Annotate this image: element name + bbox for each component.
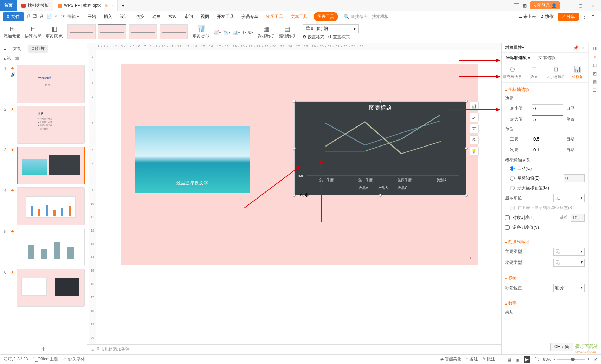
menu-review[interactable]: 审阅 xyxy=(183,12,194,21)
menu-vip[interactable]: 会员专享 xyxy=(240,12,260,21)
side-icon-4[interactable]: ◩ xyxy=(593,71,597,76)
minor-input[interactable] xyxy=(532,146,563,154)
close-button[interactable]: ✕ xyxy=(588,2,597,9)
chart-settings-button[interactable]: ⚙ xyxy=(470,135,479,144)
chart-object[interactable]: 图表标题 5 4.5 4 3.5 3 2.5 2 1.5 1 0.5 xyxy=(294,101,466,195)
close-panel-icon[interactable]: ✕ xyxy=(581,45,585,50)
slide-thumb-2[interactable]: 目录• 介绍基本信息• 介绍图文内容• 详细介绍产品• 说明方案 xyxy=(17,106,85,144)
reverse-checkbox[interactable] xyxy=(505,225,510,230)
edit-data-button[interactable]: ▤编辑数据 xyxy=(279,25,296,39)
section-number[interactable]: ▴ 数字 xyxy=(505,299,585,308)
side-icon-2[interactable]: ⟐ xyxy=(594,54,596,59)
section-tick-marks[interactable]: ▴ 刻度线标记 xyxy=(505,238,585,246)
image-placeholder[interactable]: 这里是举例文字 xyxy=(135,126,250,193)
reset-style-button[interactable]: ↺ 重置样式 xyxy=(328,34,349,40)
side-icon-6[interactable]: ☰ xyxy=(593,88,597,93)
cloud-status[interactable]: ☁ 未上云 xyxy=(518,14,536,20)
resize-handle[interactable] xyxy=(379,100,382,103)
chart-mini-1[interactable]: 📈▾ xyxy=(214,30,221,35)
zoom-control[interactable]: 83% -+ xyxy=(543,357,590,362)
major-input[interactable] xyxy=(532,135,563,143)
resize-handle[interactable] xyxy=(465,194,468,197)
slide-thumb-3[interactable] xyxy=(17,147,85,184)
fullscreen-icon[interactable]: ⤢ xyxy=(594,357,597,362)
tab-new[interactable]: + xyxy=(118,0,129,11)
menu-view[interactable]: 视图 xyxy=(199,12,211,21)
chart-mini-2[interactable]: 📉▾ xyxy=(223,30,231,35)
side-icon-3[interactable]: ◫ xyxy=(593,63,597,67)
add-element-button[interactable]: ⊞添加元素 xyxy=(4,25,20,39)
menu-drawtools[interactable]: 绘图工具 xyxy=(265,12,284,21)
side-icon-5[interactable]: ▤ xyxy=(593,79,597,84)
min-input[interactable] xyxy=(532,104,563,112)
comments-button[interactable]: ✎ 批注 xyxy=(482,356,495,362)
chart-mini-5[interactable]: ⧉▾ xyxy=(248,30,253,35)
menu-transition[interactable]: 切换 xyxy=(135,12,146,21)
minor-type-select[interactable]: 无▾ xyxy=(553,259,585,267)
file-menu[interactable]: ≡ 文件 xyxy=(3,12,24,21)
save-icon[interactable]: 🖫 xyxy=(33,14,37,20)
style-gallery[interactable] xyxy=(67,24,188,40)
more-icon[interactable]: ⋮ xyxy=(583,14,587,19)
change-type-button[interactable]: 📊更改类型 xyxy=(193,25,209,39)
menu-charttools[interactable]: 图表工具 xyxy=(314,12,338,21)
beautify-button[interactable]: ⬙ 智能美化 xyxy=(440,356,461,362)
pin-icon[interactable]: 📌 xyxy=(573,45,579,50)
set-format-button[interactable]: ⚙ 设置格式 xyxy=(303,34,324,40)
effects-tab[interactable]: ◫效果 xyxy=(523,63,545,82)
resize-handle[interactable] xyxy=(465,147,468,150)
notes-button[interactable]: ≡ 备注 xyxy=(466,356,478,362)
chart-styles-button[interactable]: 🖊 xyxy=(470,113,479,122)
side-icon-1[interactable]: ◨ xyxy=(593,46,597,51)
open-icon[interactable]: ⎙ xyxy=(27,14,30,20)
change-color-button[interactable]: ◧更改颜色 xyxy=(46,25,63,39)
view-sorter-icon[interactable]: ▦ xyxy=(508,357,511,362)
collab-button[interactable]: ↺ 协作 xyxy=(540,14,553,20)
axis-select[interactable]: 垂直 (值) 轴▾ xyxy=(303,24,359,33)
auto-button[interactable]: 自动 xyxy=(566,136,575,142)
crosses-auto-radio[interactable] xyxy=(510,166,515,171)
undo-icon[interactable]: ↶ xyxy=(55,14,58,20)
display-unit-select[interactable]: 无▾ xyxy=(553,194,585,202)
resize-handle[interactable] xyxy=(293,100,296,103)
minimize-button[interactable]: — xyxy=(563,2,572,9)
share-button[interactable]: ↗ 分享 xyxy=(558,13,579,21)
login-button[interactable]: 立即登录👤 xyxy=(530,1,560,9)
add-slide-button[interactable]: + xyxy=(0,344,87,354)
chart-plot-area[interactable]: 5 4.5 4 3.5 3 2.5 2 1.5 1 0.5 0 xyxy=(307,115,459,176)
chapter-label[interactable]: ▴ 第一章 xyxy=(0,54,87,63)
menu-start[interactable]: 开始 xyxy=(86,12,97,21)
menu-slideshow[interactable]: 放映 xyxy=(167,12,178,21)
menu-animation[interactable]: 动画 xyxy=(151,12,162,21)
fill-line-tab[interactable]: ⬠填充与线条 xyxy=(502,63,523,82)
auto-button[interactable]: 自动 xyxy=(566,105,575,111)
print-preview-icon[interactable]: 📄 xyxy=(47,14,52,20)
print-icon[interactable]: 🖨 xyxy=(40,14,44,20)
menu-design[interactable]: 设计 xyxy=(118,12,130,21)
quick-layout-button[interactable]: ⊟快速布局 xyxy=(25,25,41,39)
command-search[interactable]: 🔍 查找命令、搜索模板 xyxy=(344,14,389,20)
section-axis-options[interactable]: ▴ 坐标轴选项 xyxy=(505,85,585,94)
slide-thumb-6[interactable] xyxy=(17,269,85,307)
missing-fonts[interactable]: ⚠ 缺失字体 xyxy=(63,356,85,362)
chart-mini-3[interactable]: 📊▾ xyxy=(233,30,240,35)
collapse-panel-icon[interactable]: « xyxy=(4,46,6,51)
select-data-button[interactable]: ▦选择数据 xyxy=(258,25,274,39)
outline-tab[interactable]: 大纲 xyxy=(9,45,25,53)
chart-elements-button[interactable]: 📊 xyxy=(470,102,479,111)
collapse-ribbon-icon[interactable]: ⌃ xyxy=(591,14,595,19)
notes-pane[interactable]: ≡ 单击此处添加备注 xyxy=(87,344,501,354)
chart-mini-4[interactable]: ⫿▾ xyxy=(242,30,246,35)
menu-dev[interactable]: 开发工具 xyxy=(215,12,235,21)
tab-home[interactable]: 首页 xyxy=(0,0,17,11)
resize-handle[interactable] xyxy=(293,194,296,197)
maximize-button[interactable]: ▢ xyxy=(576,2,585,9)
resize-handle[interactable] xyxy=(379,194,382,197)
window-layout-icon[interactable] xyxy=(514,3,519,8)
ime-indicator[interactable]: CH ↓ 简 xyxy=(550,343,573,351)
slide-thumb-5[interactable] xyxy=(17,228,85,266)
menu-insert[interactable]: 插入 xyxy=(102,12,114,21)
fit-icon[interactable]: ⛶ xyxy=(535,357,539,362)
slideshow-button[interactable]: ▶ xyxy=(524,356,530,363)
slide-canvas[interactable]: 这里是举例文字 图表标题 5 4.5 4 3.5 3 2.5 2 1.5 xyxy=(121,64,478,265)
